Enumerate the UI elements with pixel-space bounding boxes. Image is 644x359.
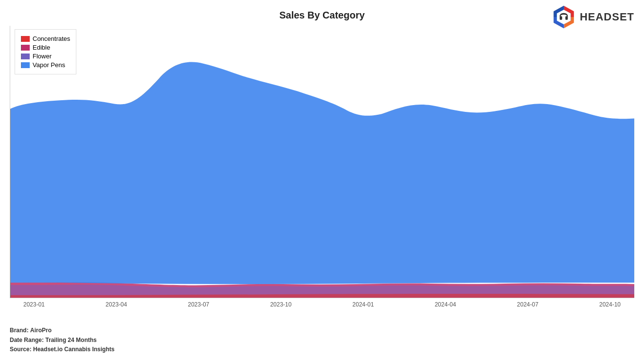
x-label-3: 2023-10	[261, 301, 300, 308]
chart-legend: Concentrates Edible Flower Vapor Pens	[15, 29, 76, 74]
legend-item-edible: Edible	[21, 44, 70, 51]
legend-swatch-flower	[21, 54, 30, 59]
footer-brand: Brand: AiroPro	[10, 326, 114, 335]
x-axis: 2023-01 2023-04 2023-07 2023-10 2024-01 …	[10, 299, 634, 308]
x-label-4: 2024-01	[344, 301, 383, 308]
chart-area	[10, 26, 634, 298]
footer-source-value: Headset.io Cannabis Insights	[33, 346, 114, 353]
footer-date-range-label: Date Range:	[10, 337, 44, 343]
chart-container: HEADSET Sales By Category Concentrates E…	[0, 0, 644, 359]
legend-label-concentrates: Concentrates	[33, 35, 70, 42]
footer-source: Source: Headset.io Cannabis Insights	[10, 345, 114, 354]
area-chart-svg	[10, 26, 634, 298]
legend-swatch-concentrates	[21, 36, 30, 42]
legend-label-vapor-pens: Vapor Pens	[33, 61, 65, 69]
legend-swatch-edible	[21, 45, 30, 51]
footer-info: Brand: AiroPro Date Range: Trailing 24 M…	[10, 326, 114, 354]
chart-title: Sales By Category	[10, 10, 634, 21]
footer-date-range: Date Range: Trailing 24 Months	[10, 336, 114, 345]
legend-item-vapor-pens: Vapor Pens	[21, 61, 70, 69]
footer-brand-value: AiroPro	[30, 327, 52, 334]
legend-item-flower: Flower	[21, 53, 70, 60]
vapor-pens-area	[10, 62, 634, 284]
x-label-2: 2023-07	[179, 301, 218, 308]
legend-item-concentrates: Concentrates	[21, 35, 70, 42]
legend-swatch-vapor-pens	[21, 62, 30, 68]
x-label-5: 2024-04	[426, 301, 465, 308]
x-label-1: 2023-04	[97, 301, 136, 308]
footer-source-label: Source:	[10, 346, 32, 353]
x-label-0: 2023-01	[15, 301, 54, 308]
headset-logo-text: HEADSET	[580, 11, 634, 23]
footer-brand-label: Brand:	[10, 327, 29, 334]
x-label-7: 2024-10	[590, 301, 629, 308]
footer-date-range-value: Trailing 24 Months	[45, 337, 96, 343]
legend-label-flower: Flower	[33, 53, 52, 60]
legend-label-edible: Edible	[33, 44, 50, 51]
x-label-6: 2024-07	[508, 301, 547, 308]
